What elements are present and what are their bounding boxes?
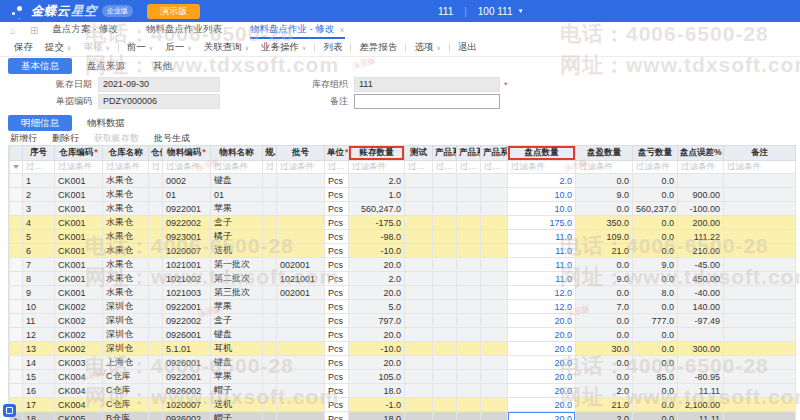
- cell-产品系...[interactable]: [433, 202, 457, 216]
- cell-账存数量[interactable]: -1.0: [349, 398, 405, 412]
- cell-盘点误差%[interactable]: -45.00: [678, 258, 724, 272]
- cell-批号[interactable]: [277, 244, 325, 258]
- cell-物料编码[interactable]: 0922001: [163, 370, 211, 384]
- cell-物料编码[interactable]: 0923001: [163, 230, 211, 244]
- cell-账存数量[interactable]: -10.0: [349, 244, 405, 258]
- cell-仓库编码[interactable]: CK002: [55, 300, 103, 314]
- cell-批号[interactable]: [277, 174, 325, 188]
- cell-测试[interactable]: [405, 398, 433, 412]
- cell-备注[interactable]: [724, 202, 796, 216]
- cell-物料编码[interactable]: 1021003: [163, 286, 211, 300]
- cell-盘亏数量[interactable]: 0.0: [633, 216, 678, 230]
- cell-盘点误差%[interactable]: 11.11: [678, 412, 724, 420]
- cell-仓库名称[interactable]: 深圳仓: [103, 300, 149, 314]
- cell-产品系...[interactable]: [433, 356, 457, 370]
- col-header-物料编码[interactable]: 物料编码*: [163, 146, 211, 161]
- col-header-产品系...[interactable]: 产品系...: [457, 146, 481, 161]
- cell-物料名称[interactable]: 第一批次: [211, 258, 263, 272]
- cell-测试[interactable]: [405, 314, 433, 328]
- cell-序号[interactable]: 15: [23, 370, 55, 384]
- cell-仓库名称[interactable]: 水果仓: [103, 230, 149, 244]
- cell-仓位[interactable]: [149, 216, 163, 230]
- cell-序号[interactable]: 16: [23, 384, 55, 398]
- cell-序号[interactable]: 12: [23, 328, 55, 342]
- cell-产品系...[interactable]: [457, 342, 481, 356]
- cell-物料名称[interactable]: 键盘: [211, 356, 263, 370]
- cell-产品系...[interactable]: [457, 328, 481, 342]
- cell-盘盈数量[interactable]: 0.0: [576, 356, 633, 370]
- cell-序号[interactable]: 18: [23, 412, 55, 420]
- cell-产品系列[interactable]: [481, 286, 508, 300]
- cell-测试[interactable]: [405, 342, 433, 356]
- cell-仓位[interactable]: [149, 286, 163, 300]
- cell-物料名称[interactable]: 送机: [211, 398, 263, 412]
- cell-单位[interactable]: Pcs: [325, 314, 349, 328]
- cell-规...[interactable]: [263, 174, 277, 188]
- cell-序号[interactable]: 14: [23, 356, 55, 370]
- cell-仓库名称[interactable]: 水果仓: [103, 286, 149, 300]
- user-menu[interactable]: 100 111 ▼: [478, 6, 524, 17]
- cell-盘亏数量[interactable]: 0.0: [633, 174, 678, 188]
- cell-产品系...[interactable]: [433, 286, 457, 300]
- cell-盘点数量[interactable]: 10.0: [508, 202, 576, 216]
- cell-备注[interactable]: [724, 314, 796, 328]
- cell-仓库编码[interactable]: CK002: [55, 342, 103, 356]
- cell-仓位[interactable]: [149, 356, 163, 370]
- cell-仓库名称[interactable]: 深圳仓: [103, 314, 149, 328]
- cell-规...[interactable]: [263, 216, 277, 230]
- toolbar-button-业务操作[interactable]: 业务操作∨: [255, 41, 312, 54]
- cell-仓库名称[interactable]: C仓库: [103, 398, 149, 412]
- cell-单位[interactable]: Pcs: [325, 230, 349, 244]
- cell-账存数量[interactable]: 2.0: [349, 174, 405, 188]
- cell-物料名称[interactable]: 第二批次: [211, 272, 263, 286]
- cell-物料编码[interactable]: 5.1.01: [163, 342, 211, 356]
- filter-cell-测试[interactable]: 过滤条件: [405, 161, 433, 174]
- cell-盘点数量[interactable]: 20.0: [508, 370, 576, 384]
- cell-仓库名称[interactable]: 深圳仓: [103, 342, 149, 356]
- cell-仓位[interactable]: [149, 398, 163, 412]
- cell-盘亏数量[interactable]: 560,237.0: [633, 202, 678, 216]
- cell-产品系...[interactable]: [457, 244, 481, 258]
- cell-测试[interactable]: [405, 286, 433, 300]
- cell-仓库编码[interactable]: CK001: [55, 216, 103, 230]
- cell-产品系...[interactable]: [457, 300, 481, 314]
- cell-账存数量[interactable]: 105.0: [349, 370, 405, 384]
- grid-action-删除行[interactable]: 删除行: [52, 132, 79, 145]
- cell-单位[interactable]: Pcs: [325, 272, 349, 286]
- cell-仓位[interactable]: [149, 342, 163, 356]
- cell-仓库编码[interactable]: CK002: [55, 314, 103, 328]
- cell-物料编码[interactable]: 1021002: [163, 272, 211, 286]
- cell-备注[interactable]: [724, 286, 796, 300]
- cell-产品系...[interactable]: [457, 356, 481, 370]
- cell-仓库编码[interactable]: CK001: [55, 286, 103, 300]
- cell-批号[interactable]: [277, 412, 325, 420]
- cell-产品系...[interactable]: [457, 286, 481, 300]
- cell-产品系...[interactable]: [433, 272, 457, 286]
- cell-备注[interactable]: [724, 342, 796, 356]
- cell-盘点数量[interactable]: 20.0: [508, 342, 576, 356]
- cell-批号[interactable]: 002001: [277, 258, 325, 272]
- cell-产品系列[interactable]: [481, 244, 508, 258]
- cell-序号[interactable]: 11: [23, 314, 55, 328]
- cell-产品系...[interactable]: [457, 370, 481, 384]
- col-header-产品系...[interactable]: 产品系...: [433, 146, 457, 161]
- cell-单位[interactable]: Pcs: [325, 216, 349, 230]
- cell-仓库编码[interactable]: CK001: [55, 174, 103, 188]
- cell-产品系...[interactable]: [457, 272, 481, 286]
- cell-仓库编码[interactable]: CK005: [55, 412, 103, 420]
- cell-盘点误差%[interactable]: 2,100.00: [678, 398, 724, 412]
- cell-物料名称[interactable]: 盒子: [211, 216, 263, 230]
- cell-物料编码[interactable]: 0002: [163, 174, 211, 188]
- toolbar-button-后一[interactable]: 后一∨: [159, 41, 197, 54]
- cell-产品系...[interactable]: [457, 188, 481, 202]
- cell-盘亏数量[interactable]: 8.0: [633, 286, 678, 300]
- cell-测试[interactable]: [405, 230, 433, 244]
- cell-规...[interactable]: [263, 412, 277, 420]
- cell-物料名称[interactable]: 帽子: [211, 384, 263, 398]
- cell-批号[interactable]: [277, 188, 325, 202]
- cell-账存数量[interactable]: 797.0: [349, 314, 405, 328]
- cell-测试[interactable]: [405, 356, 433, 370]
- toolbar-button-退出[interactable]: 退出: [452, 41, 483, 54]
- cell-盘盈数量[interactable]: 30.0: [576, 342, 633, 356]
- cell-账存数量[interactable]: 560,247.0: [349, 202, 405, 216]
